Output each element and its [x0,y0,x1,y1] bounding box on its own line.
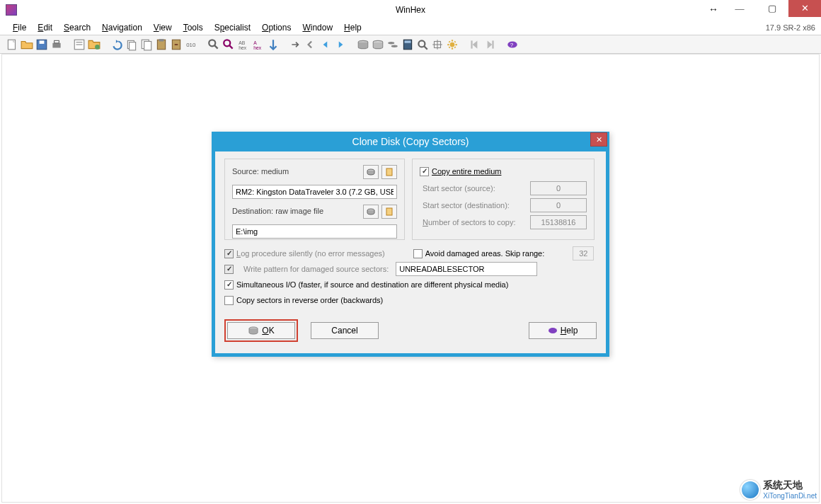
dest-disk-button[interactable] [363,205,379,219]
svg-rect-44 [386,208,392,215]
ok-button[interactable]: OK [227,322,295,339]
reverse-checkbox[interactable] [224,296,234,305]
nav-last-icon[interactable] [483,38,496,51]
menu-search[interactable]: Search [58,21,96,34]
menu-help[interactable]: Help [338,21,367,34]
paste-write-icon[interactable] [170,38,183,51]
svg-point-46 [549,328,557,333]
find-text-icon[interactable] [207,38,220,51]
svg-text:010: 010 [186,42,196,48]
svg-rect-42 [386,168,392,176]
num-sectors-label: Number of sectors to copy: [423,218,530,227]
properties-icon[interactable] [73,38,86,51]
svg-rect-10 [130,42,136,50]
prev-icon[interactable] [319,38,332,51]
folder-tree-icon[interactable] [88,38,101,51]
menu-tools[interactable]: Tools [178,21,209,34]
svg-text:?: ? [510,42,514,48]
cancel-button[interactable]: Cancel [311,322,379,339]
reverse-label: Copy sectors in reverse order (backwards… [236,296,383,304]
start-dest-field [530,198,587,212]
watermark-name: 系统天地 [763,479,803,491]
dialog-close-button[interactable]: ✕ [590,132,607,147]
write-pattern-label: Write pattern for damaged source sectors… [243,265,389,273]
write-pattern-checkbox [224,265,234,274]
disk1-icon[interactable] [357,38,369,51]
nav-first-icon[interactable] [469,38,481,51]
start-source-label: Start sector (source): [423,184,530,193]
calculator-icon[interactable] [401,38,414,51]
avoid-damaged-label: Avoid damaged areas. Skip range: [425,249,545,258]
disk-stack-icon [248,326,259,335]
title-bar: WinHex ↔ — ▢ ✕ [0,0,821,20]
clone-disk-icon[interactable] [386,38,399,51]
app-icon [6,4,17,16]
help-icon[interactable]: ? [506,38,519,51]
svg-point-27 [388,42,394,44]
svg-point-31 [418,40,425,47]
help-button[interactable]: Help [529,322,597,339]
open-folder-icon[interactable] [21,38,33,51]
paste-icon[interactable] [155,38,168,51]
goto-offset-icon[interactable] [289,38,302,51]
maximize-button[interactable]: ▢ [756,0,788,17]
copy-entire-checkbox[interactable] [420,167,429,176]
source-file-button[interactable] [381,165,397,179]
save-icon[interactable] [35,38,48,51]
skip-range-field [573,246,594,260]
dest-file-button[interactable] [381,205,397,219]
dialog-title: Clone Disk (Copy Sectors) [352,136,469,147]
next-icon[interactable] [334,38,347,51]
svg-rect-2 [40,40,45,44]
close-button[interactable]: ✕ [788,0,821,17]
undo-icon[interactable] [110,38,123,51]
svg-point-8 [95,45,100,50]
start-source-field [530,181,587,195]
log-silent-checkbox [224,249,234,258]
svg-rect-14 [159,39,164,41]
copy-icon[interactable] [140,38,153,51]
menu-edit[interactable]: Edit [32,21,58,34]
menu-bar: File Edit Search Navigation View Tools S… [0,20,821,35]
menu-file[interactable]: File [7,21,32,34]
settings-icon[interactable] [446,38,459,51]
copy-block-icon[interactable] [125,38,138,51]
simultaneous-checkbox[interactable] [224,280,234,290]
simultaneous-label: Simultaneous I/O (faster, if source and … [236,280,508,289]
svg-point-17 [209,40,215,46]
svg-point-19 [224,40,230,46]
source-value[interactable] [232,185,397,199]
watermark-url: XiTongTianDi.net [763,492,817,500]
menu-window[interactable]: Window [297,21,338,34]
menu-specialist[interactable]: Specialist [209,21,256,34]
svg-line-32 [424,46,427,50]
svg-text:hex: hex [253,45,262,50]
log-silent-label: Log procedure silently (no error message… [236,249,385,258]
copy-entire-label: Copy entire medium [432,167,501,176]
dest-value[interactable] [232,224,397,239]
analyze-icon[interactable] [416,38,429,51]
menu-options[interactable]: Options [256,21,297,34]
clone-disk-dialog: Clone Disk (Copy Sectors) ✕ Source: medi… [212,132,609,357]
minimize-button[interactable]: — [723,0,756,17]
print-icon[interactable] [50,38,63,51]
replace-text-icon[interactable]: ABhex [237,38,250,51]
avoid-damaged-checkbox[interactable] [413,249,423,258]
position-icon[interactable] [431,38,444,51]
window-title: WinHex [396,5,425,15]
hex-icon[interactable]: 010 [185,38,197,51]
back-icon[interactable] [304,38,317,51]
new-file-icon[interactable] [6,38,18,51]
pattern-field[interactable] [396,262,537,276]
goto-icon[interactable] [267,38,280,51]
menu-view[interactable]: View [148,21,178,34]
disk2-icon[interactable] [372,38,384,51]
svg-rect-30 [405,40,411,42]
toolbar: 010 ABhex Ahex ? [0,35,821,54]
menu-navigation[interactable]: Navigation [96,21,148,34]
resize-hint-icon: ↔ [708,4,718,15]
find-hex-icon[interactable] [222,38,235,51]
source-label: Source: medium [232,167,360,176]
replace-hex-icon[interactable]: Ahex [252,38,265,51]
source-disk-button[interactable] [363,165,379,179]
